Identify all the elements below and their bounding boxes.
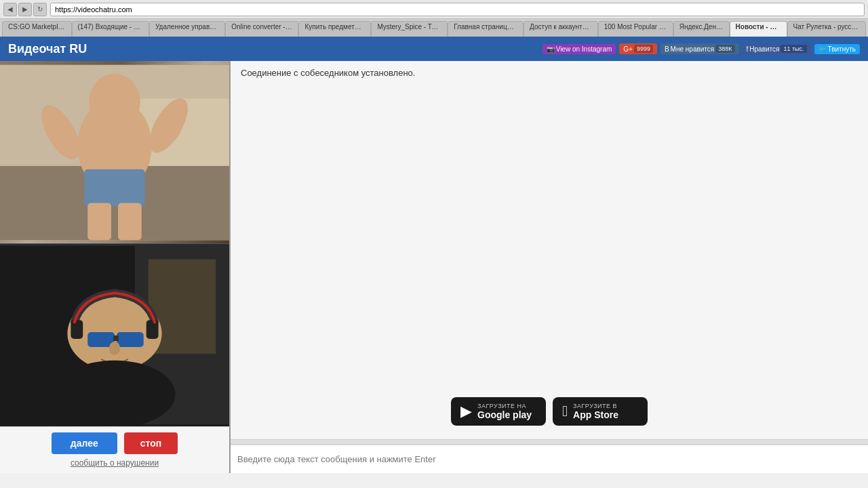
svg-rect-19 — [113, 336, 119, 341]
next-button[interactable]: далее — [52, 432, 117, 454]
svg-rect-10 — [118, 203, 142, 240]
svg-rect-18 — [117, 332, 144, 347]
vk-count: 388К — [715, 45, 734, 53]
svg-point-21 — [54, 361, 176, 425]
svg-rect-6 — [84, 169, 144, 206]
tab-access[interactable]: Доступ к аккаунту -... — [524, 21, 598, 37]
svg-rect-15 — [71, 320, 83, 339]
tab-converter[interactable]: Online converter - c... — [225, 21, 298, 37]
google-play-name: Google play — [477, 409, 532, 420]
chat-input-area — [231, 445, 868, 473]
browser-chrome: ◀ ▶ ↻ CS:GO Marketplace (147) Входящие -… — [0, 0, 868, 37]
left-panel: далее стоп сообщить о нарушении — [0, 61, 231, 473]
forward-button[interactable]: ▶ — [18, 3, 32, 16]
instagram-label: View on Instagram — [556, 45, 612, 53]
tab-popular[interactable]: 100 Most Popular W... — [598, 21, 673, 37]
back-button[interactable]: ◀ — [3, 3, 17, 16]
partner-video-top — [0, 64, 229, 241]
google-play-text: ЗАГРУЗИТЕ НА Google play — [477, 403, 532, 420]
site-title: Видеочат RU — [8, 42, 87, 56]
right-panel: Соединение с собеседником установлено. ▶… — [231, 61, 868, 473]
gplus-button[interactable]: G+ 9999 — [619, 43, 657, 54]
fb-icon: f — [747, 45, 749, 53]
google-play-sub: ЗАГРУЗИТЕ НА — [477, 403, 532, 409]
social-buttons: 📷 View on Instagram G+ 9999 В Мне нравит… — [542, 43, 860, 54]
tab-remote[interactable]: Удаленное управле... — [149, 21, 225, 37]
tab-inbox[interactable]: (147) Входящие - до... — [72, 21, 150, 37]
tab-chatroulette[interactable]: Чат Рулетка - русско... — [787, 21, 866, 37]
vk-label: Мне нравится — [671, 45, 715, 53]
main-layout: далее стоп сообщить о нарушении Соединен… — [0, 61, 868, 473]
tab-vsp[interactable]: Новости - VSP — [730, 21, 787, 37]
tw-label: Твитнуть — [828, 45, 856, 53]
svg-point-20 — [109, 342, 120, 355]
self-video-feed — [0, 244, 229, 426]
page-content: Видеочат RU 📷 View on Instagram G+ 9999 … — [0, 37, 868, 473]
control-buttons: далее стоп — [52, 432, 178, 454]
self-video-svg — [0, 245, 229, 425]
chat-messages: Соединение с собеседником установлено. ▶… — [231, 61, 868, 439]
google-play-badge[interactable]: ▶ ЗАГРУЗИТЕ НА Google play — [451, 397, 546, 426]
chat-input[interactable] — [237, 449, 861, 470]
app-store-badge[interactable]:  Загрузите в App Store — [553, 397, 648, 426]
reload-button[interactable]: ↻ — [33, 3, 47, 16]
chat-divider — [231, 439, 868, 445]
app-store-badges: ▶ ЗАГРУЗИТЕ НА Google play  Загрузите в… — [451, 397, 648, 426]
address-bar[interactable] — [50, 3, 865, 16]
app-store-name: App Store — [573, 409, 618, 420]
tw-button[interactable]: 🐦 Твитнуть — [814, 44, 860, 54]
report-link[interactable]: сообщить о нарушении — [71, 458, 159, 468]
vk-button[interactable]: В Мне нравится 388К — [660, 43, 739, 54]
gplus-icon: G+ — [623, 45, 633, 53]
vk-icon: В — [665, 45, 669, 53]
svg-rect-16 — [146, 320, 159, 339]
tw-icon: 🐦 — [818, 45, 827, 53]
fb-button[interactable]: f Нравится 11 тыс. — [743, 43, 811, 54]
instagram-icon: 📷 — [547, 45, 555, 53]
tab-main[interactable]: Главная страница Г... — [448, 21, 524, 37]
video-top — [0, 61, 229, 244]
app-store-text: Загрузите в App Store — [573, 403, 618, 420]
video-controls: далее стоп сообщить о нарушении — [0, 426, 229, 473]
svg-point-5 — [89, 73, 140, 130]
apple-icon:  — [562, 403, 568, 420]
tab-yandex[interactable]: Яндекс.Деньги — [673, 21, 730, 37]
video-top-feed — [0, 61, 229, 243]
svg-rect-9 — [87, 203, 111, 240]
tab-csgo[interactable]: CS:GO Marketplace — [2, 21, 72, 37]
browser-toolbar: ◀ ▶ ↻ — [0, 0, 868, 19]
app-store-sub: Загрузите в — [573, 403, 618, 409]
tab-mystery[interactable]: Mystery_Spice - Twit... — [371, 21, 448, 37]
nav-buttons: ◀ ▶ ↻ — [3, 3, 47, 16]
fb-count: 11 тыс. — [781, 45, 806, 53]
site-header: Видеочат RU 📷 View on Instagram G+ 9999 … — [0, 37, 868, 61]
google-play-icon: ▶ — [460, 403, 472, 420]
video-bottom — [0, 244, 229, 426]
gplus-count: 9999 — [634, 45, 653, 53]
fb-label: Нравится — [749, 45, 779, 53]
stop-button[interactable]: стоп — [124, 432, 178, 454]
instagram-button[interactable]: 📷 View on Instagram — [542, 44, 616, 54]
tab-buy[interactable]: Купить предметы |... — [298, 21, 371, 37]
system-message: Соединение с собеседником установлено. — [241, 68, 858, 78]
browser-tabs: CS:GO Marketplace (147) Входящие - до...… — [0, 19, 868, 37]
